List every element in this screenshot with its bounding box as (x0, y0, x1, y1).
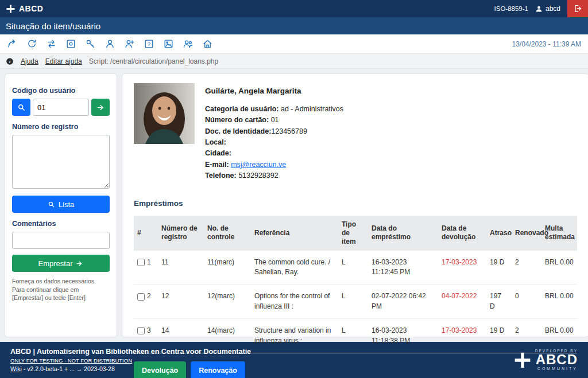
encoding-label: ISO-8859-1 (494, 5, 528, 12)
target-box-icon[interactable] (65, 38, 76, 49)
toolbar-datetime: 13/04/2023 - 11:39 AM (512, 40, 581, 48)
content-area: Código do usuário Número de registro Lis… (0, 69, 588, 342)
col-devolucao: Data de devolução (438, 216, 486, 251)
arrow-right-icon (96, 103, 105, 112)
footer-logo-brand: ABCD (536, 353, 578, 367)
user-icon[interactable] (105, 38, 115, 49)
help-box-icon[interactable]: ? (144, 38, 154, 49)
wiki-link[interactable]: Wiki (10, 365, 22, 372)
user-code-input[interactable] (33, 99, 89, 116)
user-field-email: E-mail: msj@reacciun.ve (205, 159, 343, 170)
logout-button[interactable] (567, 0, 588, 17)
user-icon (535, 5, 543, 13)
footer-testing-link[interactable]: ONLY FOR TESTING - NOT FOR DISTRIBUTION (10, 357, 251, 364)
footer-logo: DEVELOPED BY ABCD COMMUNITY (513, 349, 578, 371)
table-row: 1 11 11(marc) The common cold cure. / Sa… (134, 251, 577, 285)
record-number-label: Número de registro (12, 123, 110, 131)
form-hint-text: Forneça os dados necessários. Para conti… (12, 277, 110, 302)
footer-logo-community: COMMUNITY (537, 367, 578, 371)
col-num: # (134, 216, 158, 251)
footer-version: Wiki - v2.2.0-beta-1 + ... → 2023-03-28 (10, 365, 251, 372)
loan-row-checkbox[interactable] (137, 259, 145, 266)
col-multa: Multa estimada (541, 216, 577, 251)
col-referencia: Referência (251, 216, 338, 251)
search-user-button[interactable] (12, 99, 30, 116)
loan-form-panel: Código do usuário Número de registro Lis… (5, 73, 117, 337)
refresh-icon[interactable] (26, 38, 37, 49)
info-icon: i (6, 57, 14, 65)
col-emprestimo: Data do empréstimo (368, 216, 438, 251)
user-field-phone: Telefone: 5132928392 (205, 170, 343, 181)
toolbar: ? 13/04/2023 - 11:39 AM (0, 34, 588, 54)
loans-section-title: Empréstimos (134, 199, 577, 208)
loan-row-checkbox[interactable] (137, 293, 145, 301)
svg-text:?: ? (148, 41, 150, 47)
search-icon (48, 201, 55, 208)
footer-title: ABCD | Automatisering van Bibliotheken e… (10, 348, 251, 356)
help-bar: i Ajuda Editar ajuda Script: /central/ci… (0, 54, 588, 69)
user-field-category: Categoria de usuário: ad - Administrativ… (205, 104, 343, 115)
col-tipo: Tipo de item (338, 216, 368, 251)
comments-input[interactable] (12, 232, 110, 249)
loans-table-header: # Número de registro No. de controle Ref… (134, 216, 577, 251)
user-add-icon[interactable] (124, 38, 135, 49)
emprestar-button-label: Emprestar (38, 259, 73, 268)
page-title: Situação do item/usuário (6, 21, 100, 31)
lista-button-label: Lista (59, 200, 74, 209)
username-label: abcd (546, 5, 560, 13)
app-logo: ABCD (6, 4, 43, 14)
user-field-city: Cidade: (205, 148, 343, 159)
abcd-logo-icon (6, 4, 16, 14)
email-link[interactable]: msj@reacciun.ve (231, 161, 286, 169)
user-status-panel: Guilárte, Angela Margarita Categoria de … (122, 73, 588, 337)
comments-label: Comentários (12, 220, 110, 228)
user-name: Guilárte, Angela Margarita (205, 85, 343, 98)
swap-icon[interactable] (46, 38, 57, 49)
loan-arrow-icon[interactable] (7, 38, 18, 49)
user-field-local: Local: (205, 137, 343, 148)
col-renovado: Renovado (512, 216, 541, 251)
photo-icon[interactable] (163, 38, 174, 49)
user-field-id-doc: Doc. de Identidade:123456789 (205, 126, 343, 137)
loans-table: # Número de registro No. de controle Ref… (134, 216, 577, 353)
user-code-label: Código do usuário (12, 87, 110, 95)
loan-row-checkbox[interactable] (137, 327, 145, 334)
lista-button[interactable]: Lista (12, 196, 110, 213)
col-registro: Número de registro (158, 216, 204, 251)
col-controle: No. de controle (204, 216, 251, 251)
users-icon[interactable] (183, 38, 194, 49)
script-path: Script: /central/circulation/panel_loans… (89, 57, 218, 65)
user-menu[interactable]: abcd (535, 5, 560, 13)
page-title-bar: Situação do item/usuário (0, 17, 588, 34)
edit-help-link[interactable]: Editar ajuda (45, 57, 82, 65)
search-icon (17, 103, 26, 112)
brand-text: ABCD (19, 4, 43, 13)
user-photo (134, 83, 195, 144)
abcd-logo-icon (513, 351, 532, 369)
home-icon[interactable] (202, 38, 213, 49)
emprestar-button[interactable]: Emprestar (12, 255, 110, 272)
top-bar: ABCD ISO-8859-1 abcd (0, 0, 588, 17)
help-link[interactable]: Ajuda (21, 57, 38, 65)
user-field-card-number: Número do cartão: 01 (205, 115, 343, 126)
key-icon[interactable] (85, 38, 96, 49)
go-button[interactable] (91, 99, 110, 116)
logout-icon (573, 4, 582, 13)
arrow-right-icon (76, 260, 83, 267)
record-number-textarea[interactable] (12, 135, 110, 189)
table-row: 2 12 12(marc) Options for the control of… (134, 285, 577, 319)
col-atraso: Atraso (486, 216, 512, 251)
